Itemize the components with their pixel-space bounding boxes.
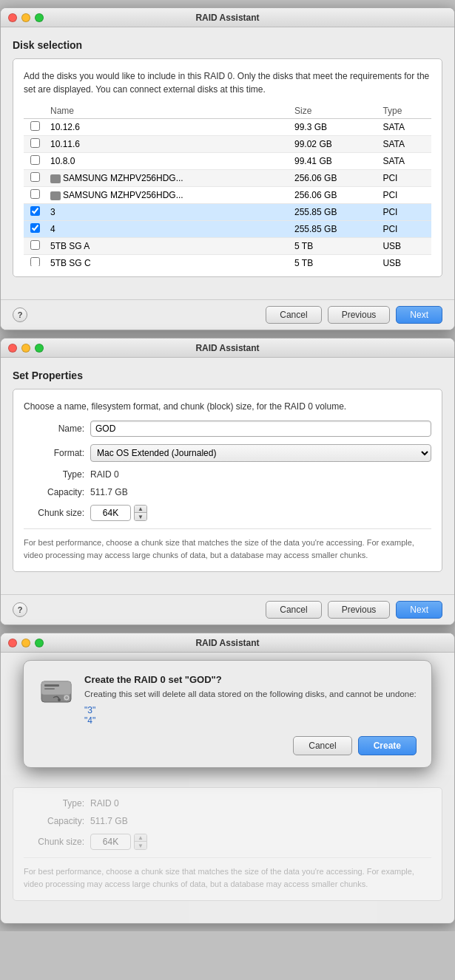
- alert-header: Create the RAID 0 set "GOD"? Creating th…: [38, 674, 417, 726]
- window-set-properties: RAID Assistant Set Properties Choose a n…: [0, 338, 455, 625]
- capacity-value-2: 511.7 GB: [90, 487, 128, 497]
- disk-type-cell: USB: [378, 238, 431, 255]
- cancel-button-3[interactable]: Cancel: [293, 736, 351, 755]
- disk-selection-description: Add the disks you would like to include …: [24, 69, 431, 96]
- close-button-2[interactable]: [8, 344, 17, 353]
- perf-note-2: For best performance, choose a chunk siz…: [24, 528, 431, 561]
- disk-name-cell: 5TB SG C: [46, 255, 290, 267]
- disk-checkbox-cell: [24, 170, 46, 187]
- disk-checkbox-cell: [24, 136, 46, 153]
- disk-checkbox[interactable]: [30, 121, 40, 131]
- cancel-button-2[interactable]: Cancel: [266, 601, 321, 619]
- minimize-button-1[interactable]: [21, 13, 30, 22]
- set-properties-description: Choose a name, filesystem format, and ch…: [24, 400, 431, 413]
- disk-checkbox[interactable]: [30, 257, 40, 266]
- bg-panel-dimmed: Type: RAID 0 Capacity: 511.7 GB Chunk si…: [1, 775, 454, 923]
- bg-form-row-capacity: Capacity: 511.7 GB: [24, 816, 431, 826]
- disk-name-cell: SAMSUNG MZHPV256HDG...: [46, 187, 290, 204]
- chunk-label-2: Chunk size:: [24, 508, 90, 518]
- chunk-arrows: ▲ ▼: [134, 505, 147, 521]
- type-value-2: RAID 0: [90, 469, 119, 480]
- previous-button-2[interactable]: Previous: [328, 601, 391, 619]
- create-button[interactable]: Create: [358, 736, 417, 755]
- nav-buttons-1: Cancel Previous Next: [266, 306, 442, 324]
- help-button-2[interactable]: ?: [13, 602, 27, 617]
- form-row-format: Format: Mac OS Extended (Journaled) Mac …: [24, 444, 431, 462]
- disk-checkbox[interactable]: [30, 155, 40, 165]
- bg-capacity-label: Capacity:: [24, 816, 90, 826]
- window-title-2: RAID Assistant: [195, 343, 259, 353]
- disk-item-2: "4": [84, 715, 417, 726]
- chunk-down-arrow[interactable]: ▼: [135, 513, 146, 520]
- titlebar-2: RAID Assistant: [1, 338, 454, 358]
- bg-properties-box: Type: RAID 0 Capacity: 511.7 GB Chunk si…: [13, 787, 442, 901]
- form-row-capacity: Capacity: 511.7 GB: [24, 487, 431, 497]
- maximize-button-1[interactable]: [35, 13, 44, 22]
- button-row-2: ? Cancel Previous Next: [1, 594, 454, 625]
- chunk-up-arrow[interactable]: ▲: [135, 506, 146, 513]
- disk-size-cell: 5 TB: [290, 255, 378, 267]
- bg-chunk-stepper: 64K ▲ ▼: [90, 834, 147, 850]
- bg-chunk-down-arrow: ▼: [135, 842, 146, 849]
- disk-checkbox[interactable]: [30, 138, 40, 148]
- traffic-lights-1: [8, 13, 44, 22]
- alert-buttons: Cancel Create: [38, 736, 417, 755]
- disk-checkbox[interactable]: [30, 206, 40, 216]
- disk-checkbox[interactable]: [30, 172, 40, 182]
- svg-point-3: [65, 696, 68, 699]
- maximize-button-3[interactable]: [35, 639, 44, 647]
- disk-type-cell: PCI: [378, 170, 431, 187]
- name-input[interactable]: [90, 421, 431, 437]
- table-row: 10.12.699.3 GBSATA: [24, 119, 431, 136]
- disk-drive-icon: [50, 191, 61, 200]
- format-label: Format:: [24, 448, 90, 458]
- disk-checkbox-cell: [24, 119, 46, 136]
- form-row-chunk: Chunk size: 64K ▲ ▼: [24, 505, 431, 521]
- confirm-dialog: Create the RAID 0 set "GOD"? Creating th…: [23, 660, 432, 768]
- next-button-2[interactable]: Next: [396, 601, 442, 619]
- bg-chunk-value: 64K: [90, 834, 131, 850]
- svg-rect-4: [44, 684, 59, 687]
- disk-checkbox[interactable]: [30, 189, 40, 199]
- bg-form-row-chunk: Chunk size: 64K ▲ ▼: [24, 834, 431, 850]
- disk-type-cell: SATA: [378, 153, 431, 170]
- window-disk-selection: RAID Assistant Disk selection Add the di…: [0, 7, 455, 330]
- chunk-value-2: 64K: [90, 505, 131, 521]
- bg-form-row-type: Type: RAID 0: [24, 798, 431, 809]
- help-button-1[interactable]: ?: [13, 307, 27, 322]
- col-type: Type: [378, 103, 431, 119]
- disk-drive-icon: [50, 174, 61, 183]
- previous-button-1[interactable]: Previous: [328, 306, 391, 324]
- form-row-name: Name:: [24, 421, 431, 437]
- maximize-button-2[interactable]: [35, 344, 44, 353]
- close-button-1[interactable]: [8, 13, 17, 22]
- close-button-3[interactable]: [8, 639, 17, 647]
- window-confirm: RAID Assistant Create the RAID 0 set "GO…: [0, 633, 455, 924]
- minimize-button-2[interactable]: [21, 344, 30, 353]
- window1-content: Disk selection Add the disks you would l…: [1, 27, 454, 299]
- bg-perf-note: For best performance, choose a chunk siz…: [24, 857, 431, 890]
- titlebar-1: RAID Assistant: [1, 8, 454, 27]
- format-select[interactable]: Mac OS Extended (Journaled) Mac OS Exten…: [90, 444, 431, 462]
- minimize-button-3[interactable]: [21, 639, 30, 647]
- titlebar-3: RAID Assistant: [1, 633, 454, 653]
- disk-type-cell: PCI: [378, 204, 431, 221]
- disk-checkbox[interactable]: [30, 240, 40, 250]
- disk-size-cell: 255.85 GB: [290, 204, 378, 221]
- table-row: SAMSUNG MZHPV256HDG...256.06 GBPCI: [24, 170, 431, 187]
- bg-type-label: Type:: [24, 798, 90, 809]
- disk-name-cell: 5TB SG A: [46, 238, 290, 255]
- disk-type-cell: SATA: [378, 136, 431, 153]
- disk-size-cell: 256.06 GB: [290, 187, 378, 204]
- disk-size-cell: 256.06 GB: [290, 170, 378, 187]
- disk-checkbox[interactable]: [30, 223, 40, 233]
- disk-type-cell: SATA: [378, 119, 431, 136]
- table-header-row: Name Size Type: [24, 103, 431, 119]
- cancel-button-1[interactable]: Cancel: [266, 306, 321, 324]
- next-button-1[interactable]: Next: [396, 306, 442, 324]
- name-label: Name:: [24, 423, 90, 434]
- type-label-2: Type:: [24, 469, 90, 480]
- disk-name-cell: 4: [46, 221, 290, 238]
- disk-size-cell: 99.41 GB: [290, 153, 378, 170]
- disk-name-cell: 10.8.0: [46, 153, 290, 170]
